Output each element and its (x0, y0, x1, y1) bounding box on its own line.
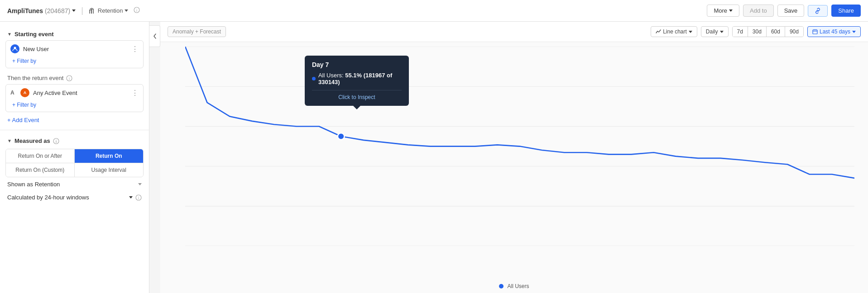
sidebar: ▼ Starting event New User ⋮ + Filter by … (0, 22, 149, 293)
any-active-filter-link[interactable]: + Filter by (6, 101, 143, 112)
share-button[interactable]: Share (831, 5, 861, 17)
return-on-custom-btn[interactable]: Return On (Custom) (6, 163, 75, 177)
measured-as-section: ▼ Measured as i Return On or After Retur… (0, 134, 149, 207)
chart-toolbar: Anomaly + Forecast Line chart Daily 7d 3… (160, 22, 868, 42)
app-id: (204687) (45, 7, 70, 14)
chart-type-selector[interactable]: Retention (89, 7, 129, 14)
date-range-btn[interactable]: Last 45 days (807, 26, 861, 37)
new-user-event-row: New User ⋮ (6, 41, 143, 57)
period-90d-btn[interactable]: 90d (785, 27, 803, 37)
period-30d-btn[interactable]: 30d (748, 27, 767, 37)
link-icon (815, 8, 821, 14)
new-user-label: New User (23, 46, 128, 52)
more-button[interactable]: More (707, 5, 739, 17)
more-chevron-icon (729, 9, 733, 12)
chart-legend: All Users (160, 281, 868, 293)
chart-type-chevron-icon (125, 9, 128, 12)
info-icon[interactable]: i (134, 7, 140, 14)
svg-text:i: i (136, 8, 137, 13)
shown-as-row[interactable]: Shown as Retention (0, 177, 149, 191)
section-divider-1 (0, 130, 149, 130)
retention-icon (89, 7, 96, 14)
daily-btn[interactable]: Daily (701, 26, 729, 37)
date-range-chevron-icon (852, 31, 856, 33)
return-on-or-after-btn[interactable]: Return On or After (6, 149, 75, 163)
topbar-actions: More Add to Save Share (707, 5, 861, 17)
app-chevron-icon (72, 9, 76, 12)
period-buttons: 7d 30d 60d 90d (732, 26, 804, 37)
legend-label: All Users (507, 283, 529, 289)
svg-rect-9 (813, 30, 817, 34)
measured-as-header[interactable]: ▼ Measured as i (0, 134, 149, 147)
chart-container: 100% 80% 60% 40% 20% 0% Day 0 Day 1 (160, 42, 868, 281)
measured-buttons-container: Return On or After Return On Return On (… (5, 149, 144, 177)
chart-type-chevron-icon (689, 31, 692, 33)
link-button[interactable] (808, 5, 828, 17)
calc-label: Calculated by 24-hour windows (7, 194, 89, 201)
calendar-icon (812, 29, 818, 34)
starting-event-section-header[interactable]: ▼ Starting event (0, 27, 149, 40)
return-event-label: Then the return event i (0, 70, 149, 84)
topbar: AmpliTunes (204687) | Retention i More A… (0, 0, 868, 22)
calc-chevron-icon[interactable] (129, 196, 133, 198)
measured-buttons-row1: Return On or After Return On (6, 149, 143, 163)
new-user-filter-link[interactable]: + Filter by (6, 57, 143, 68)
svg-text:i: i (138, 196, 139, 200)
any-active-event-row: A A Any Active Event ⋮ (6, 85, 143, 101)
event-prefix: A (10, 90, 17, 96)
return-event-info-icon[interactable]: i (66, 75, 72, 81)
new-user-menu-icon[interactable]: ⋮ (131, 45, 139, 53)
new-user-event-block: New User ⋮ + Filter by (5, 40, 144, 68)
any-active-event-label: Any Active Event (33, 90, 128, 96)
period-60d-btn[interactable]: 60d (767, 27, 785, 37)
new-user-event-icon (10, 44, 19, 53)
any-active-event-block: A A Any Active Event ⋮ + Filter by (5, 84, 144, 112)
measured-as-collapse-icon: ▼ (7, 138, 12, 143)
add-event-link[interactable]: + Add Event (0, 114, 149, 126)
chart-type-label: Retention (98, 7, 123, 14)
calc-row: Calculated by 24-hour windows i (0, 191, 149, 203)
collapse-panel-button[interactable] (149, 25, 160, 47)
any-active-event-icon: A (20, 88, 29, 97)
calc-info-icon[interactable]: i (135, 194, 142, 201)
app-selector[interactable]: AmpliTunes (204687) (7, 7, 76, 14)
starting-event-collapse-icon: ▼ (7, 32, 12, 37)
tooltip-dot-day7[interactable] (338, 133, 345, 140)
period-7d-btn[interactable]: 7d (733, 27, 748, 37)
legend-dot-icon (499, 284, 504, 288)
line-chart-icon (656, 29, 661, 34)
usage-interval-btn[interactable]: Usage Interval (75, 163, 144, 177)
measured-as-info-icon[interactable]: i (53, 138, 59, 144)
save-button[interactable]: Save (777, 5, 805, 17)
topbar-divider: | (81, 6, 83, 15)
app-name: AmpliTunes (7, 7, 43, 14)
svg-text:i: i (55, 139, 57, 144)
svg-text:i: i (69, 76, 70, 81)
return-on-btn[interactable]: Return On (75, 149, 144, 163)
any-active-event-menu-icon[interactable]: ⋮ (131, 89, 139, 97)
chart-type-btn[interactable]: Line chart (651, 26, 697, 37)
daily-chevron-icon (720, 31, 724, 33)
measured-buttons-row2: Return On (Custom) Usage Interval (6, 163, 143, 177)
shown-as-label: Shown as Retention (7, 181, 60, 188)
main-layout: ▼ Starting event New User ⋮ + Filter by … (0, 22, 868, 293)
calc-icons: i (129, 194, 142, 201)
add-to-button[interactable]: Add to (743, 5, 774, 17)
measured-as-label: Measured as (14, 137, 50, 144)
chart-area: Anomaly + Forecast Line chart Daily 7d 3… (160, 22, 868, 293)
shown-as-chevron-icon (138, 183, 142, 185)
retention-chart-svg[interactable]: 100% 80% 60% 40% 20% 0% Day 0 Day 1 (185, 47, 854, 246)
anomaly-forecast-btn[interactable]: Anomaly + Forecast (168, 26, 226, 37)
starting-event-label: Starting event (14, 31, 54, 38)
